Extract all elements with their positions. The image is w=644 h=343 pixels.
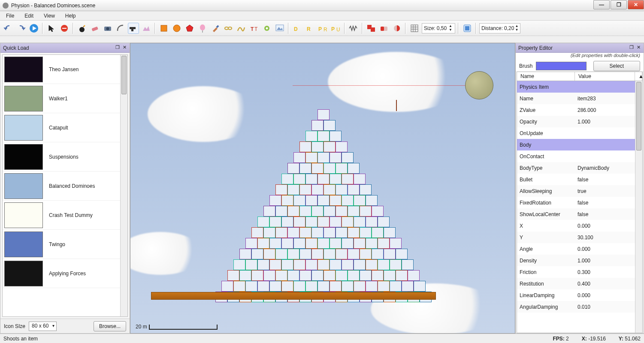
quick-load-item[interactable]: Twingo [3, 230, 120, 259]
svg-point-14 [200, 24, 205, 30]
property-row[interactable]: AllowSleepingtrue [517, 185, 635, 197]
distance-spin-down[interactable]: ▼ [514, 28, 519, 32]
distance-input[interactable]: Distance: 0,20 ▲▼ [479, 23, 520, 33]
property-row[interactable]: ZValue286.000 [517, 104, 635, 116]
quick-load-close-icon[interactable]: ✕ [121, 45, 128, 51]
window-close-button[interactable]: ✕ [628, 0, 644, 9]
svg-point-5 [84, 25, 85, 26]
maximize-button[interactable]: ❐ [611, 0, 627, 9]
select-brush-button[interactable]: Select [593, 61, 640, 71]
quick-load-item[interactable]: Applying Forces [3, 259, 120, 288]
rectangle-tool[interactable] [158, 23, 169, 34]
property-row[interactable]: FixedRotationfalse [517, 197, 635, 208]
size-spin-down[interactable]: ▼ [448, 28, 453, 32]
property-editor-float-icon[interactable]: ❐ [628, 45, 635, 51]
quick-load-panel: Quick Load ❐ ✕ Theo JansenWalker1Catapul… [0, 43, 130, 334]
property-row[interactable]: OnContact [517, 150, 635, 162]
property-value: 286.000 [575, 107, 596, 113]
property-row[interactable]: Opacity1.000 [517, 116, 635, 127]
redo-button[interactable] [15, 23, 27, 34]
property-name: Bullet [517, 177, 575, 183]
camera-tool[interactable] [102, 23, 113, 34]
selected-circle-item[interactable] [465, 71, 493, 99]
quick-load-item[interactable]: Walker1 [3, 84, 120, 113]
r-letter-tool[interactable]: R [305, 23, 316, 34]
red-circle-tool[interactable] [391, 23, 402, 34]
circle-tool[interactable] [171, 23, 182, 34]
quick-load-scrollbar[interactable] [120, 55, 127, 316]
distance-value: 0,20 [504, 25, 514, 31]
brush-color-swatch[interactable] [536, 62, 586, 70]
red-shape-b-tool[interactable] [378, 23, 390, 34]
menu-view[interactable]: View [41, 12, 57, 20]
terrain-tool[interactable] [141, 23, 152, 34]
cursor-tool[interactable] [46, 23, 57, 34]
col-sort-icon[interactable]: ▲ [635, 72, 642, 81]
svg-text:D: D [294, 26, 298, 32]
property-row[interactable]: Bulletfalse [517, 174, 635, 185]
brush-tool[interactable] [210, 23, 221, 34]
minimize-button[interactable]: — [593, 0, 610, 9]
browse-button[interactable]: Browse... [94, 321, 126, 331]
quick-load-item[interactable]: Suspensions [3, 142, 120, 172]
scene-thumbnail [4, 202, 43, 228]
property-row[interactable]: AngularDamping0.010 [517, 301, 635, 313]
quick-load-item[interactable]: Theo Jansen [3, 55, 120, 84]
property-row[interactable]: Y30.100 [517, 232, 635, 243]
arc-tool[interactable] [115, 23, 126, 34]
menu-file[interactable]: File [3, 12, 17, 20]
bomb-tool[interactable] [76, 23, 88, 34]
property-row[interactable]: Nameitem283 [517, 93, 635, 104]
polygon-tool[interactable] [184, 23, 195, 34]
icon-size-combo[interactable]: 80 x 60 [29, 322, 57, 331]
property-row[interactable]: Friction0.300 [517, 266, 635, 278]
undo-button[interactable] [3, 23, 14, 34]
pu-letter-tool[interactable]: PU [330, 23, 342, 34]
quick-load-header[interactable]: Quick Load ❐ ✕ [0, 43, 130, 53]
svg-text:P: P [331, 26, 335, 32]
eraser-tool[interactable] [89, 23, 100, 34]
rope-tool[interactable] [236, 23, 247, 34]
svg-point-12 [173, 25, 180, 32]
scene-name: Balanced Dominoes [49, 183, 95, 189]
balloon-tool[interactable] [197, 23, 208, 34]
property-row[interactable]: Restitution0.400 [517, 278, 635, 289]
pr-letter-tool[interactable]: PR [317, 23, 329, 34]
property-row[interactable]: Angle0.000 [517, 243, 635, 255]
quick-load-item[interactable]: Catapult [3, 113, 120, 142]
property-row[interactable]: BodyTypeDynamicBody [517, 162, 635, 174]
quick-load-item[interactable]: Balanced Dominoes [3, 172, 120, 201]
svg-rect-31 [371, 27, 375, 32]
spring-tool[interactable] [348, 23, 359, 34]
d-letter-tool[interactable]: D [292, 23, 303, 34]
property-row[interactable]: ShowLocalCenterfalse [517, 208, 635, 220]
play-button[interactable] [28, 23, 39, 34]
red-shape-a-tool[interactable] [366, 23, 377, 34]
menu-edit[interactable]: Edit [22, 12, 36, 20]
property-row[interactable]: Density1.000 [517, 255, 635, 266]
property-row[interactable]: LinearDamping0.000 [517, 289, 635, 301]
property-name: Density [517, 258, 575, 264]
delete-tool[interactable] [59, 23, 70, 34]
property-name: Angle [517, 246, 575, 252]
domino-pyramid[interactable] [203, 100, 444, 293]
quick-load-float-icon[interactable]: ❐ [114, 45, 121, 51]
text-tool[interactable]: TT [248, 23, 260, 34]
shoot-tool[interactable] [128, 23, 139, 34]
property-scrollbar[interactable] [635, 81, 642, 333]
property-editor-close-icon[interactable]: ✕ [635, 45, 642, 51]
snap-toggle[interactable] [462, 23, 473, 34]
chain-tool[interactable] [223, 23, 234, 34]
property-row[interactable]: X0.000 [517, 220, 635, 232]
grid-size-input[interactable]: Size: 0,50 ▲▼ [422, 23, 455, 33]
ground-platform[interactable] [151, 292, 436, 300]
image-tool[interactable] [274, 23, 285, 34]
property-columns-header[interactable]: Name Value ▲ [517, 72, 643, 81]
menu-help[interactable]: Help [63, 12, 79, 20]
quick-load-item[interactable]: Crash Test Dummy [3, 201, 120, 230]
property-row[interactable]: OnUpdate [517, 127, 635, 139]
gear-tool[interactable] [261, 23, 272, 34]
property-editor-header[interactable]: Property Editor ❐ ✕ [516, 43, 644, 53]
grid-toggle[interactable] [409, 23, 420, 34]
scene-canvas[interactable]: 20 m [130, 43, 515, 334]
